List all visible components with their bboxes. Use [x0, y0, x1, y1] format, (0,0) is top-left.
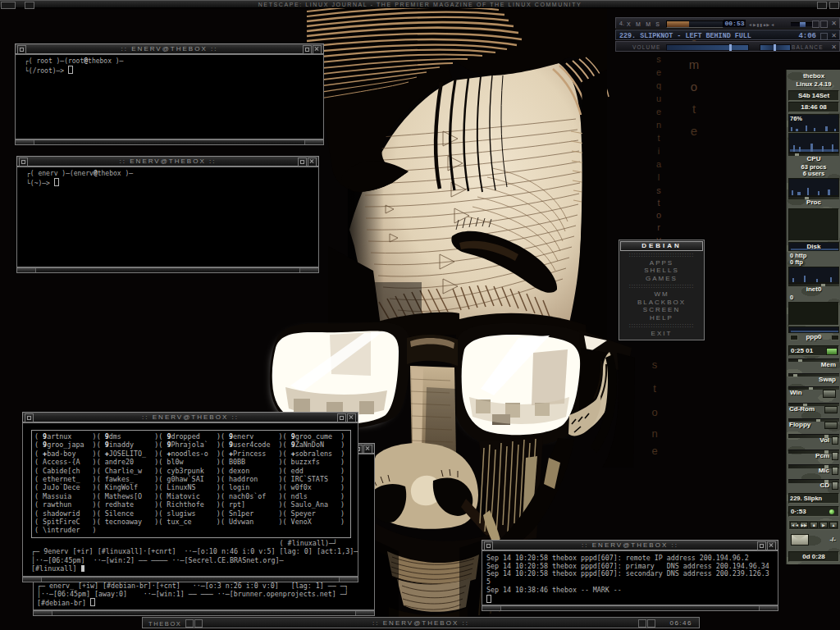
svg-text:e: e: [656, 107, 661, 116]
svg-text:l: l: [658, 172, 660, 182]
svg-text:e: e: [691, 124, 697, 138]
svg-text:u: u: [656, 94, 661, 103]
svg-text:t: t: [657, 198, 660, 208]
svg-text:e: e: [656, 67, 661, 77]
svg-text:t: t: [657, 133, 660, 143]
svg-text:m: m: [689, 57, 700, 71]
svg-text:n: n: [656, 120, 661, 130]
svg-text:o: o: [691, 80, 697, 94]
svg-text:o: o: [651, 406, 657, 418]
svg-text:i: i: [658, 146, 660, 156]
svg-text:a: a: [656, 159, 662, 169]
svg-text:e: e: [651, 445, 657, 457]
svg-text:s: s: [656, 54, 661, 64]
svg-text:o: o: [656, 210, 661, 220]
svg-text:n: n: [651, 427, 657, 440]
svg-text:s: s: [652, 358, 658, 371]
svg-text:s: s: [656, 185, 661, 195]
svg-text:r: r: [657, 222, 660, 232]
svg-text:t: t: [692, 102, 696, 116]
svg-text:q: q: [656, 80, 661, 90]
svg-text:t: t: [653, 382, 656, 395]
